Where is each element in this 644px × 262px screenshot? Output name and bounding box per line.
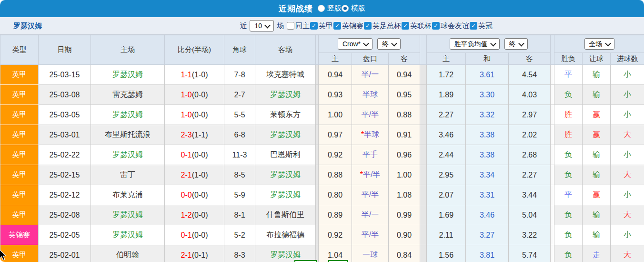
away-team-cell[interactable]: 埃克塞特城 [255, 65, 316, 85]
home-team-cell[interactable]: 罗瑟汉姆 [91, 105, 165, 125]
handicap-line-cell: 半球 [352, 85, 389, 105]
col-header-type: 类型 [0, 35, 39, 65]
league-type-cell: 英甲 [0, 145, 39, 165]
handicap-away-odds-cell: 0.90 [389, 225, 420, 245]
team-name[interactable]: 罗瑟汉姆 [13, 21, 42, 31]
separator [551, 145, 554, 165]
result-wdl-cell: 平 [554, 185, 583, 205]
checkbox-label: 英冠 [478, 21, 493, 31]
result-wdl-cell: 负 [554, 205, 583, 225]
handicap-line-cell: 半/一 [352, 65, 389, 85]
checkbox-2[interactable]: ✓ [333, 22, 341, 30]
separator [551, 225, 554, 245]
col-header-let-away: 客 [389, 53, 420, 65]
separator [551, 165, 554, 185]
checkbox-0[interactable] [287, 22, 294, 30]
halftime-score: (0-0) [192, 211, 208, 219]
handicap-line-cell: *平/半 [352, 165, 389, 185]
handicap-time-select[interactable]: 终 [377, 38, 401, 50]
handicap-line-text: 半球 [362, 90, 378, 98]
home-team-cell[interactable]: 罗瑟汉姆 [91, 225, 165, 245]
handicap-away-odds-cell: 0.88 [389, 105, 420, 125]
handicap-line-cell: *半球 [352, 125, 389, 145]
result-goals-cell: 大 [611, 125, 644, 145]
fulltime-score: 2-1 [181, 171, 192, 179]
handicap-away-odds-cell: 0.95 [389, 85, 420, 105]
radio-icon[interactable] [318, 5, 325, 12]
result-wdl-cell: 平 [554, 65, 583, 85]
odds-away-cell: 2.97 [509, 105, 551, 125]
home-team-cell[interactable]: 罗瑟汉姆 [91, 65, 165, 85]
handicap-home-odds-cell: 0.92 [319, 145, 352, 165]
away-team-cell[interactable]: 巴恩斯利 [255, 145, 316, 165]
score-cell: 0-1(0-0) [165, 145, 224, 165]
checkbox-6[interactable]: ✓ [470, 22, 477, 30]
odds-time-select[interactable]: 终 [504, 38, 528, 50]
matches-count-select[interactable]: 10 [250, 20, 274, 31]
handicap-line-cell: 平/半 [352, 225, 389, 245]
checkbox-5[interactable]: ✓ [432, 22, 440, 30]
odds-home-cell: 2.11 [427, 225, 466, 245]
odds-draw-cell: 3.34 [466, 165, 509, 185]
halftime-score: (0-0) [192, 231, 208, 239]
separator [420, 205, 427, 225]
result-handicap-cell: 赢 [583, 185, 611, 205]
home-team-cell[interactable]: 雷克瑟姆 [91, 85, 165, 105]
filter-item: ✓英冠 [470, 21, 493, 31]
match-row: 英甲25-02-22罗瑟汉姆0-1(0-0)11-3巴恩斯利0.92平手0.96… [0, 145, 644, 165]
separator [420, 245, 427, 262]
radio-icon[interactable] [342, 5, 349, 12]
result-goals-cell: 小 [611, 225, 644, 245]
odds-company-select[interactable]: 胜平负均值 [450, 38, 500, 50]
odds-away-cell: 3.44 [509, 185, 551, 205]
corner-cell: 2-7 [224, 85, 255, 105]
away-team-cell[interactable]: 布拉德福德 [255, 225, 316, 245]
checkbox-4[interactable]: ✓ [402, 22, 409, 30]
match-row: 英甲25-02-01伯明翰2-1(0-1)8-3罗瑟汉姆1.04一球0.841.… [0, 245, 644, 262]
home-team-cell[interactable]: 雷丁 [91, 165, 165, 185]
separator [551, 205, 554, 225]
col-header-odds-home: 主 [427, 53, 466, 65]
separator [420, 165, 427, 185]
corner-cell: 6-8 [224, 125, 255, 145]
separator [551, 35, 554, 65]
fulltime-score: 1-2 [181, 211, 192, 219]
handicap-line-text: 平/半 [362, 190, 379, 199]
odds-draw-cell: 3.38 [466, 125, 509, 145]
match-row: 英甲25-03-05罗瑟汉姆1-0(0-0)5-5莱顿东方1.00平/半0.88… [0, 105, 644, 125]
league-type-cell: 英甲 [0, 85, 39, 105]
away-team-cell[interactable]: 罗瑟汉姆 [255, 185, 316, 205]
layout-radio-vertical[interactable]: 竖版 [318, 4, 342, 13]
col-header-date: 日期 [39, 35, 91, 65]
checkbox-1[interactable]: ✓ [310, 22, 318, 30]
away-team-cell[interactable]: 罗瑟汉姆 [255, 125, 316, 145]
partial-next-section-box [328, 260, 348, 262]
odds-away-cell: 4.03 [509, 85, 551, 105]
corner-cell: 8-5 [224, 165, 255, 185]
separator [551, 65, 554, 85]
home-team-cell[interactable]: 布莱克浦 [91, 185, 165, 205]
result-handicap-cell: 赢 [583, 125, 611, 145]
col-header-res-wdl: 胜负 [554, 53, 583, 65]
home-team-cell[interactable]: 布里斯托流浪 [91, 125, 165, 145]
away-team-cell[interactable]: 什鲁斯伯里 [255, 205, 316, 225]
checkbox-3[interactable]: ✓ [364, 22, 372, 30]
away-team-cell[interactable]: 莱顿东方 [255, 105, 316, 125]
away-team-cell[interactable]: 罗瑟汉姆 [255, 85, 316, 105]
layout-radio-horizontal[interactable]: 横版 [342, 4, 365, 13]
away-team-cell[interactable]: 罗瑟汉姆 [255, 165, 316, 185]
odds-away-cell: 5.04 [509, 205, 551, 225]
home-team-cell[interactable]: 伯明翰 [91, 245, 165, 262]
col-header-res-goal: 进球数 [611, 53, 644, 65]
corner-cell: 5-9 [224, 185, 255, 205]
result-wdl-cell: 负 [554, 145, 583, 165]
home-team-cell[interactable]: 罗瑟汉姆 [91, 145, 165, 165]
away-team-cell[interactable]: 罗瑟汉姆 [255, 245, 316, 262]
league-type-cell: 英锦赛 [0, 225, 39, 245]
scope-select[interactable]: 全场 [584, 38, 614, 50]
col-header-odds-draw: 和 [466, 53, 509, 65]
separator [551, 125, 554, 145]
handicap-company-select[interactable]: Crow* [338, 38, 372, 50]
odds-home-cell: 2.44 [427, 145, 466, 165]
home-team-cell[interactable]: 罗瑟汉姆 [91, 205, 165, 225]
